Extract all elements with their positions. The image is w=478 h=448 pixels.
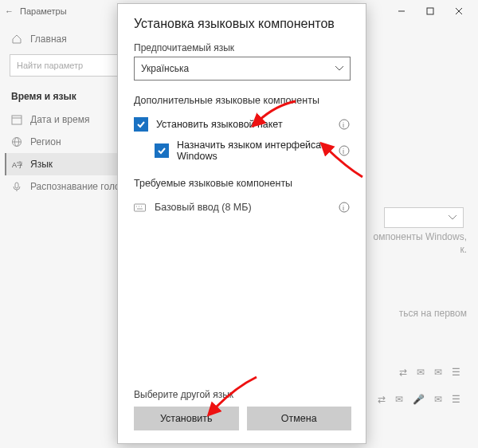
glyph-icon: ⇄ — [378, 394, 386, 405]
choose-other-language-link[interactable]: Выберите другой язык — [134, 389, 351, 400]
back-icon[interactable]: ← — [5, 6, 14, 16]
svg-rect-6 — [12, 116, 22, 124]
install-button[interactable]: Установить — [134, 407, 239, 430]
svg-text:i: i — [343, 204, 344, 212]
window-title: Параметры — [20, 6, 67, 16]
chevron-down-icon — [449, 215, 456, 220]
info-icon[interactable]: i — [337, 145, 351, 156]
language-select[interactable]: Українська — [134, 57, 351, 81]
icon-row-1: ⇄ ✉ ✉ ☰ — [399, 367, 460, 378]
required-basic-typing: Базовый ввод (8 МБ) i — [134, 197, 351, 218]
calendar-icon — [11, 114, 22, 125]
optional-components-heading: Дополнительные языковые компоненты — [134, 95, 351, 106]
background-text-1: омпоненты Windows, — [374, 231, 468, 242]
close-button[interactable] — [445, 2, 473, 21]
selected-language: Українська — [141, 63, 189, 74]
option-set-display-language[interactable]: Назначить языком интерфейса Windows i — [134, 136, 351, 167]
glyph-icon: 🎤 — [413, 394, 425, 405]
svg-point-14 — [339, 120, 349, 129]
glyph-icon: ☰ — [452, 367, 460, 378]
preferred-language-label: Предпочитаемый язык — [134, 42, 351, 53]
required-label: Базовый ввод (8 МБ) — [155, 202, 337, 213]
glyph-icon: ✉ — [434, 367, 442, 378]
sidebar-home-label: Главная — [30, 33, 67, 45]
sidebar-item-label: Дата и время — [30, 114, 89, 125]
home-icon — [11, 33, 22, 45]
svg-rect-12 — [15, 183, 18, 188]
sidebar-item-label: Язык — [30, 159, 53, 170]
chevron-down-icon — [335, 66, 343, 71]
install-language-dialog: Установка языковых компонентов Предпочит… — [117, 3, 366, 444]
search-input[interactable]: Найти параметр — [10, 54, 134, 77]
glyph-icon: ✉ — [417, 367, 425, 378]
icon-row-2: ⇄ ✉ 🎤 ✉ ☰ — [378, 394, 460, 405]
sidebar-item-label: Регион — [30, 136, 61, 147]
glyph-icon: ⇄ — [399, 367, 407, 378]
svg-text:A字: A字 — [12, 161, 22, 169]
glyph-icon: ✉ — [395, 394, 403, 405]
option-install-language-pack[interactable]: Установить языковой пакет i — [134, 114, 351, 136]
info-icon[interactable]: i — [337, 119, 351, 130]
dialog-title: Установка языковых компонентов — [134, 17, 351, 31]
glyph-icon: ✉ — [434, 394, 442, 405]
svg-text:i: i — [343, 121, 344, 129]
background-select[interactable] — [384, 207, 464, 228]
background-text-2: к. — [460, 244, 467, 255]
globe-icon — [11, 136, 22, 147]
keyboard-icon — [134, 202, 147, 212]
required-components-heading: Требуемые языковые компоненты — [134, 178, 351, 189]
glyph-icon: ☰ — [452, 394, 460, 405]
mic-icon — [11, 181, 22, 192]
minimize-button[interactable] — [387, 2, 416, 21]
svg-point-16 — [339, 146, 349, 155]
background-text-3: ться на первом — [399, 308, 467, 319]
svg-text:i: i — [343, 147, 344, 155]
svg-rect-1 — [427, 8, 433, 14]
svg-point-23 — [339, 202, 349, 212]
checkbox-checked-icon[interactable] — [134, 117, 148, 132]
cancel-button[interactable]: Отмена — [247, 407, 352, 430]
info-icon[interactable]: i — [337, 202, 351, 213]
search-placeholder: Найти параметр — [17, 61, 83, 70]
maximize-button[interactable] — [416, 2, 445, 21]
svg-rect-18 — [135, 204, 146, 211]
option-label: Назначить языком интерфейса Windows — [177, 140, 337, 162]
checkbox-checked-icon[interactable] — [155, 143, 169, 158]
sidebar-item-label: Распознавание голоса — [30, 181, 130, 192]
option-label: Установить языковой пакет — [156, 119, 337, 130]
language-icon: A字 — [11, 159, 22, 170]
